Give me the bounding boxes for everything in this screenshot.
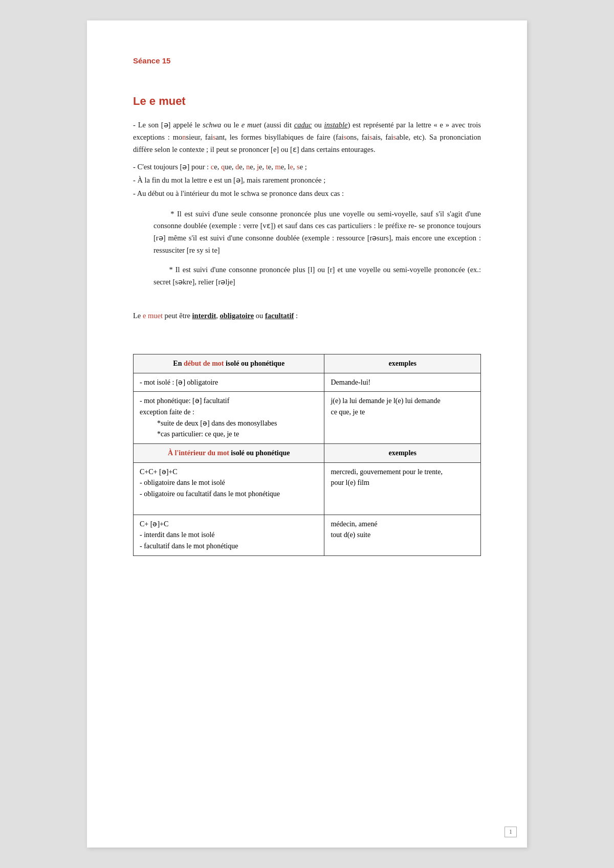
bullet-1: - C'est toujours [ə] pour : ce, que, de,… — [133, 161, 481, 173]
page-number: 1 — [505, 827, 517, 837]
table-header-col1-2: À l'intérieur du mot isolé ou phonétique — [134, 444, 324, 463]
section-heading: Le e muet — [133, 95, 481, 108]
table-row: C+ [ə]+C - interdit dans le mot isolé - … — [134, 515, 481, 555]
table-cell-right: mercredi, gouvernement pour le trente, p… — [324, 462, 481, 515]
table-header-col2-1: exemples — [324, 354, 481, 373]
table-cell-right: Demande-lui! — [324, 373, 481, 392]
table-header-row-1: En début de mot isolé ou phonétique exem… — [134, 354, 481, 373]
schwa-table: En début de mot isolé ou phonétique exem… — [133, 354, 481, 556]
table-cell-left: - mot isolé : [ə] obligatoire — [134, 373, 324, 392]
table-row: C+C+ [ə]+C - obligatoire dans le mot iso… — [134, 462, 481, 515]
table-header-col1-1: En début de mot isolé ou phonétique — [134, 354, 324, 373]
table-cell-right: médecin, amené tout d(e) suite — [324, 515, 481, 555]
table-cell-right: j(e) la lui demande je l(e) lui demande … — [324, 392, 481, 444]
table-cell-left: C+ [ə]+C - interdit dans le mot isolé - … — [134, 515, 324, 555]
page: Séance 15 Le e muet - Le son [ə] appelé … — [87, 20, 527, 848]
indent-block-1: * Il est suivi d'une seule consonne pron… — [154, 208, 481, 257]
bullet-2: - À la fin du mot la lettre e est un [ə]… — [133, 174, 481, 187]
seance-title: Séance 15 — [133, 56, 481, 65]
paragraph-1: - Le son [ə] appelé le schwa ou le e mue… — [133, 119, 481, 156]
table-row: - mot isolé : [ə] obligatoire Demande-lu… — [134, 373, 481, 392]
indent-block-2: * Il est suivi d'une consonne prononcée … — [154, 264, 481, 288]
bullet-3: - Au début ou à l'intérieur du mot le sc… — [133, 188, 481, 200]
e-muet-summary-line: Le e muet peut être interdit, obligatoir… — [133, 310, 481, 322]
table-row: - mot phonétique: [ə] facultatif excepti… — [134, 392, 481, 444]
table-cell-left: C+C+ [ə]+C - obligatoire dans le mot iso… — [134, 462, 324, 515]
table-header-row-2: À l'intérieur du mot isolé ou phonétique… — [134, 444, 481, 463]
table-cell-left: - mot phonétique: [ə] facultatif excepti… — [134, 392, 324, 444]
table-header-col2-2: exemples — [324, 444, 481, 463]
